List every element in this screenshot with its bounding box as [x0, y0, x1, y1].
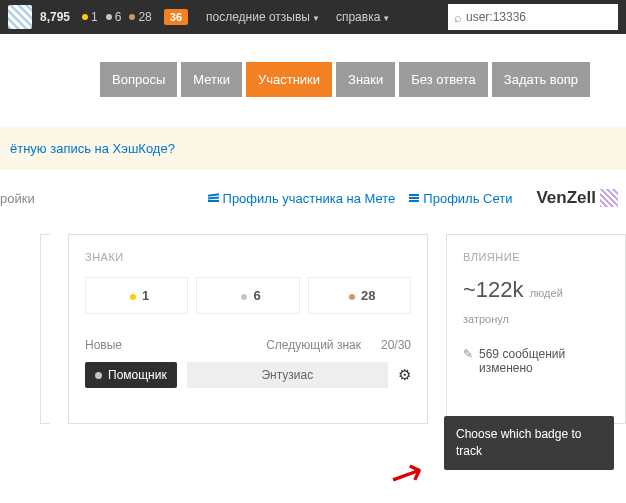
tab-badges[interactable]: Знаки: [336, 62, 395, 97]
user-avatar[interactable]: [8, 5, 32, 29]
network-profile-link[interactable]: Профиль Сети: [409, 191, 512, 206]
gold-dot-icon: [130, 294, 136, 300]
meta-profile-link[interactable]: Профиль участника на Мете: [208, 191, 396, 206]
next-badge-label: Следующий знак: [266, 338, 361, 352]
reputation[interactable]: 8,795: [40, 10, 70, 24]
gold-count: 1: [91, 10, 98, 24]
silver-count: 6: [115, 10, 122, 24]
silver-dot: [106, 14, 112, 20]
tab-tags[interactable]: Метки: [181, 62, 242, 97]
next-badge-bar[interactable]: Энтузиас: [187, 362, 388, 388]
new-badges-label: Новые: [85, 338, 122, 352]
recent-reviews-link[interactable]: последние отзывы▼: [206, 10, 320, 24]
reach-number: ~122k людей затронул: [463, 277, 609, 329]
gear-icon[interactable]: ⚙: [398, 366, 411, 384]
search-box[interactable]: ⌕: [448, 4, 618, 30]
panels: ЗНАКИ 1 6 28 Новые Следующий знак 20/30 …: [0, 234, 626, 424]
chip-dot-icon: [95, 372, 102, 379]
pencil-icon: ✎: [463, 347, 473, 375]
tab-unanswered[interactable]: Без ответа: [399, 62, 488, 97]
inbox-badge[interactable]: 36: [164, 9, 188, 25]
edits-item: ✎ 569 сообщений изменено: [463, 347, 609, 375]
topbar: 8,795 1 6 28 36 последние отзывы▼ справк…: [0, 0, 626, 34]
badges-title: ЗНАКИ: [85, 251, 411, 263]
banner-link[interactable]: ётную запись на ХэшКоде?: [10, 141, 175, 156]
network-icon: [409, 194, 419, 202]
tab-questions[interactable]: Вопросы: [100, 62, 177, 97]
impact-title: ВЛИЯНИЕ: [463, 251, 609, 263]
bronze-badge-box[interactable]: 28: [308, 277, 411, 314]
banner: ётную запись на ХэшКоде?: [0, 127, 626, 170]
annotation-arrow: ↗: [382, 445, 432, 501]
tab-ask[interactable]: Задать вопр: [492, 62, 590, 97]
bronze-dot-icon: [349, 294, 355, 300]
badges-panel: ЗНАКИ 1 6 28 Новые Следующий знак 20/30 …: [68, 234, 428, 424]
gold-badge-box[interactable]: 1: [85, 277, 188, 314]
settings-label[interactable]: ройки: [0, 191, 35, 206]
bronze-dot: [129, 14, 135, 20]
profile-avatar[interactable]: [600, 189, 618, 207]
nav-tabs: Вопросы Метки Участники Знаки Без ответа…: [0, 34, 626, 97]
bronze-count: 28: [138, 10, 151, 24]
gear-tooltip: Choose which badge to track: [444, 416, 614, 470]
search-input[interactable]: [466, 10, 612, 24]
badge-progress: 20/30: [381, 338, 411, 352]
new-badge-chip[interactable]: Помощник: [85, 362, 177, 388]
left-panel-edge: [40, 234, 50, 424]
gold-dot: [82, 14, 88, 20]
stack-icon: [208, 194, 219, 202]
tab-users[interactable]: Участники: [246, 62, 332, 97]
help-link[interactable]: справка▼: [336, 10, 390, 24]
search-icon: ⌕: [454, 10, 462, 25]
impact-panel: ВЛИЯНИЕ ~122k людей затронул ✎ 569 сообщ…: [446, 234, 626, 424]
username[interactable]: VenZell: [536, 188, 596, 208]
silver-dot-icon: [241, 294, 247, 300]
silver-badge-box[interactable]: 6: [196, 277, 299, 314]
profile-row: ройки Профиль участника на Мете Профиль …: [0, 170, 626, 222]
